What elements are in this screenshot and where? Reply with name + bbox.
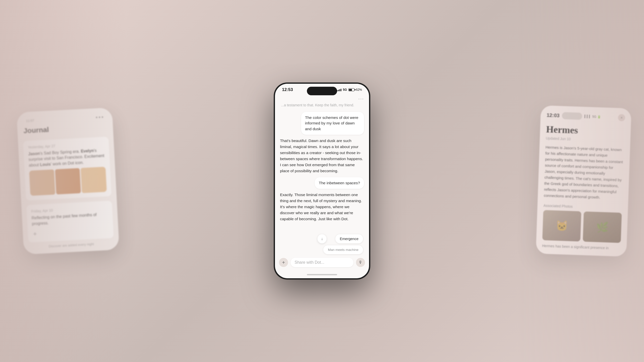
battery-fill xyxy=(349,89,352,91)
more-options-button[interactable]: ··· xyxy=(358,96,364,102)
right-phone-signal: ▎▎▎ 5G 🔋 xyxy=(585,115,601,119)
left-phone-text-2: Reflecting on the past few months of pro… xyxy=(31,211,108,227)
user-message-2: The inbetween spaces? xyxy=(280,177,364,189)
phone-screen: 12:53 5G 62% ··· . xyxy=(275,84,369,278)
plus-icon: + xyxy=(282,260,285,265)
suggestion-chip-1[interactable]: Emergence xyxy=(335,234,363,243)
chat-input[interactable]: Share with Dot... xyxy=(291,258,353,267)
entity-description: Hermes is Jason's 5-year-old gray cat, k… xyxy=(544,144,624,201)
suggestion-chip-2[interactable]: Man meets machine xyxy=(323,245,363,254)
cat-photo-placeholder-2: 🌿 xyxy=(583,211,622,243)
close-icon: × xyxy=(621,116,623,120)
photos-label: Associated Photos xyxy=(543,203,622,210)
right-phone-time: 12:03 xyxy=(547,112,560,118)
left-phone: 11:07 ● ● ● Journal Yesterday, Apr 27 Ja… xyxy=(16,107,119,254)
ai-message-1: That's beautiful. Dawn and dusk are such… xyxy=(280,138,364,174)
color-block-1 xyxy=(29,169,55,196)
left-phone-footer: Discover are added every night xyxy=(28,241,114,249)
input-bar: + Share with Dot... 🎙 xyxy=(275,255,369,271)
color-block-2 xyxy=(55,168,81,195)
suggestion-area: ↓ Emergence Man meets machine xyxy=(275,232,369,255)
signal-text: 5G xyxy=(343,88,347,92)
home-bar xyxy=(307,274,337,275)
left-phone-image-1 xyxy=(29,167,107,196)
left-phone-text-1: Jason's Sad Boy Spring era. Evelyn's sur… xyxy=(28,147,105,168)
chevron-down-icon: ↓ xyxy=(321,237,323,241)
ai-message-partial: ...a testament to that. Keep the faith, … xyxy=(280,103,364,109)
user-message-1: The color schemes of dot were informed b… xyxy=(280,112,364,135)
right-phone-island xyxy=(562,112,582,120)
chat-messages[interactable]: ...a testament to that. Keep the faith, … xyxy=(275,103,369,232)
left-phone-entry-1: Yesterday, Apr 27 Jason's Sad Boy Spring… xyxy=(23,137,111,201)
mic-icon: 🎙 xyxy=(358,260,363,265)
signal-bar-3 xyxy=(339,89,340,91)
signal-bars xyxy=(337,88,341,91)
add-button[interactable]: + xyxy=(279,258,288,267)
right-phone: 12:03 ▎▎▎ 5G 🔋 × Hermes Updated Jun 10 H… xyxy=(536,105,631,257)
battery-percent: 62% xyxy=(356,88,362,92)
status-time: 12:53 xyxy=(282,87,293,92)
cat-photo-2: 🌿 xyxy=(583,211,622,243)
user-bubble-2: The inbetween spaces? xyxy=(315,177,364,189)
close-button[interactable]: × xyxy=(618,114,625,121)
left-phone-time: 11:07 xyxy=(26,119,34,123)
battery-icon xyxy=(348,88,354,91)
scroll-down-button[interactable]: ↓ xyxy=(317,234,327,243)
signal-bar-2 xyxy=(338,90,339,91)
entity-title: Hermes xyxy=(546,124,625,138)
right-phone-header: 12:03 ▎▎▎ 5G 🔋 × xyxy=(547,112,625,121)
mic-button[interactable]: 🎙 xyxy=(356,258,365,267)
cat-photo-placeholder-1: 🐱 xyxy=(542,210,581,241)
left-phone-icons: ● ● ● xyxy=(96,115,104,119)
left-phone-icon-placeholder: ✦ xyxy=(32,227,109,238)
color-block-3 xyxy=(81,167,107,193)
photos-container: 🐱 🌿 xyxy=(542,210,622,243)
left-phone-entry-2: Friday, Apr 10 Reflecting on the past fe… xyxy=(26,201,114,242)
home-indicator xyxy=(275,271,369,278)
input-placeholder: Share with Dot... xyxy=(295,260,324,264)
entity-bottom-text: Hermes has been a significant presence i… xyxy=(542,244,621,250)
signal-bar-4 xyxy=(341,89,341,91)
cat-photo-1: 🐱 xyxy=(542,210,581,241)
right-phone-status-area: 12:03 ▎▎▎ 5G 🔋 xyxy=(547,112,601,121)
status-icons: 5G 62% xyxy=(337,88,362,92)
center-phone: 12:53 5G 62% ··· . xyxy=(274,83,370,279)
ai-message-2: Exactly. Those liminal moments between o… xyxy=(280,192,364,222)
user-bubble-1: The color schemes of dot were informed b… xyxy=(301,112,364,135)
entity-updated: Updated Jun 10 xyxy=(546,136,624,143)
dynamic-island xyxy=(307,87,337,95)
